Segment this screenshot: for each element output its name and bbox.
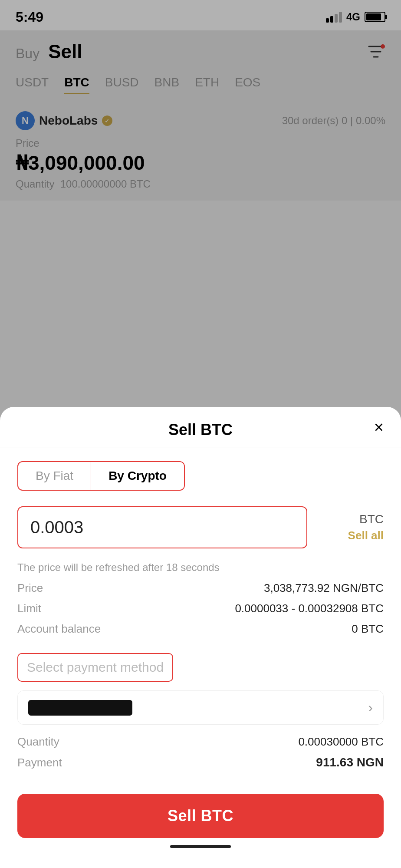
payment-summary-label: Payment xyxy=(17,756,62,769)
by-crypto-toggle[interactable]: By Crypto xyxy=(91,462,184,490)
balance-value: 0 BTC xyxy=(352,622,384,636)
sell-btc-modal: Sell BTC × By Fiat By Crypto BTC Sell al… xyxy=(0,407,401,868)
balance-info-row: Account balance 0 BTC xyxy=(17,622,384,636)
amount-input-wrapper[interactable] xyxy=(17,506,307,548)
by-fiat-toggle[interactable]: By Fiat xyxy=(18,462,91,490)
quantity-summary-value: 0.00030000 BTC xyxy=(298,735,384,749)
price-label: Price xyxy=(17,581,43,595)
limit-label: Limit xyxy=(17,602,41,615)
payment-method-bar xyxy=(28,700,132,716)
quantity-summary-label: Quantity xyxy=(17,735,59,749)
modal-body: By Fiat By Crypto BTC Sell all The price… xyxy=(0,448,401,789)
payment-method-info xyxy=(28,700,132,716)
close-button[interactable]: × xyxy=(374,419,384,436)
modal-title: Sell BTC xyxy=(168,421,233,439)
payment-summary-value: 911.63 NGN xyxy=(316,756,384,769)
payment-method-row[interactable]: › xyxy=(17,690,384,725)
price-info-row: Price 3,038,773.92 NGN/BTC xyxy=(17,581,384,595)
payment-summary-row: Payment 911.63 NGN xyxy=(17,756,384,769)
home-indicator xyxy=(0,838,401,851)
select-payment-label: Select payment method xyxy=(17,653,173,682)
sell-all-button[interactable]: Sell all xyxy=(348,529,384,542)
currency-label: BTC xyxy=(359,512,384,526)
currency-sell-all-block: BTC Sell all xyxy=(314,504,384,551)
refresh-info: The price will be refreshed after 18 sec… xyxy=(17,561,384,574)
payment-toggle[interactable]: By Fiat By Crypto xyxy=(17,461,185,491)
limit-value: 0.0000033 - 0.00032908 BTC xyxy=(235,602,384,615)
quantity-summary-row: Quantity 0.00030000 BTC xyxy=(17,735,384,749)
sell-btn-wrapper: Sell BTC xyxy=(0,794,401,838)
limit-info-row: Limit 0.0000033 - 0.00032908 BTC xyxy=(17,602,384,615)
amount-row: BTC Sell all xyxy=(17,504,384,551)
modal-header: Sell BTC × xyxy=(0,407,401,448)
price-value: 3,038,773.92 NGN/BTC xyxy=(264,581,384,595)
chevron-right-icon: › xyxy=(368,700,373,716)
amount-input[interactable] xyxy=(30,518,294,537)
home-bar xyxy=(170,845,231,848)
balance-label: Account balance xyxy=(17,622,101,636)
sell-btc-button[interactable]: Sell BTC xyxy=(17,794,384,838)
